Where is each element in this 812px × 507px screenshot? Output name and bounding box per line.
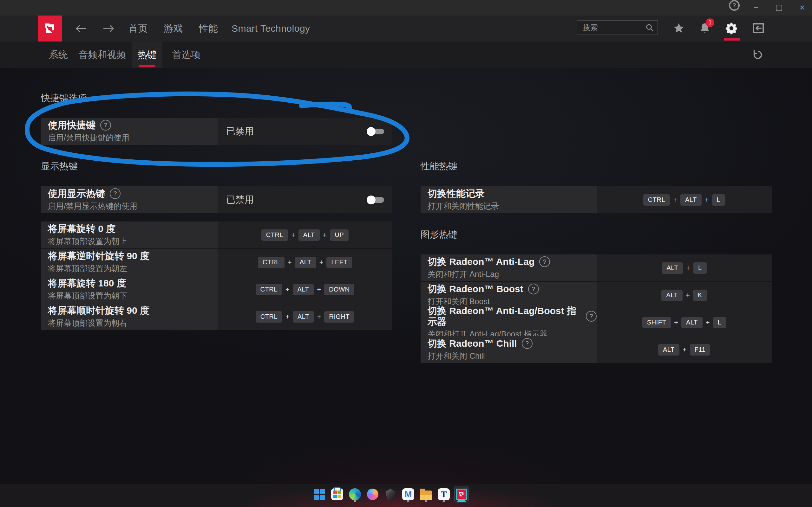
plus-separator: +: [705, 196, 709, 204]
amd-software-button[interactable]: [454, 487, 469, 502]
reset-defaults-button[interactable]: [751, 49, 765, 61]
help-icon[interactable]: ?: [522, 338, 532, 349]
graphics-hotkeys-list: 切换 Radeon™ Anti-Lag? 关闭和打开 Anti-Lag ALT+…: [420, 255, 772, 363]
keycap: ALT: [293, 284, 314, 295]
tab-audio-video[interactable]: 音频和视频: [76, 42, 129, 68]
row-subtitle: 关闭和打开 Anti-Lag: [427, 269, 597, 279]
edge-button[interactable]: [348, 487, 362, 502]
hotkey-combo[interactable]: ALT+F11: [597, 336, 772, 363]
row-title: 切换 Radeon™ Anti-Lag: [427, 257, 535, 267]
keycap: ALT: [299, 229, 320, 241]
row-title: 切换 Radeon™ Boost: [427, 284, 523, 294]
row-title: 将屏幕逆时针旋转 90 度: [48, 250, 149, 262]
close-button[interactable]: ×: [793, 0, 811, 15]
keycap: ALT: [295, 257, 316, 268]
start-button[interactable]: [312, 487, 327, 502]
gear-icon: [725, 22, 738, 35]
use-hotkeys-toggle[interactable]: [368, 129, 384, 134]
nav-item-gaming[interactable]: 游戏: [164, 15, 183, 42]
plus-separator: +: [673, 196, 677, 204]
close-icon: ×: [800, 3, 805, 13]
toggle-knob: [367, 127, 375, 136]
row-title: 切换 Radeon™ Chill: [427, 338, 517, 349]
performance-hotkeys-card: 切换性能记录 打开和关闭性能记录 CTRL+ALT+L: [420, 186, 772, 213]
plus-separator: +: [682, 346, 687, 354]
row-subtitle: 将屏幕顶部设置为朝下: [48, 291, 217, 301]
windows-taskbar: M T 56 79°C 温度: [0, 484, 812, 507]
keycap: L: [713, 317, 726, 328]
hotkey-combo[interactable]: ALT+K: [597, 282, 772, 308]
tab-system[interactable]: 系统: [43, 42, 74, 68]
hotkey-combo[interactable]: CTRL+ALT+UP: [217, 222, 392, 248]
toggle-state-label: 已禁用: [226, 125, 254, 138]
keycap: CTRL: [643, 194, 670, 206]
hotkey-row-chill: 切换 Radeon™ Chill? 打开和关闭 Chill ALT+F11: [420, 336, 772, 363]
minimize-button[interactable]: −: [747, 0, 765, 15]
plus-separator: +: [317, 313, 321, 321]
hotkey-row-rotate-0: 将屏幕旋转 0 度 将屏幕顶部设置为朝上 CTRL+ALT+UP: [41, 222, 392, 248]
hotkey-combo[interactable]: ALT+L: [597, 255, 772, 281]
settings-tabbar: 系统 音频和视频 热键 首选项: [0, 42, 812, 68]
edge-icon: [349, 488, 361, 500]
help-icon[interactable]: ?: [539, 257, 550, 267]
keycap: K: [693, 290, 707, 301]
search-input[interactable]: [582, 23, 646, 32]
titlebar: ? − ×: [0, 0, 812, 15]
amd-logo-tile[interactable]: [38, 15, 62, 42]
file-explorer-button[interactable]: [419, 487, 433, 502]
help-icon[interactable]: ?: [586, 311, 597, 322]
help-button[interactable]: ?: [729, 0, 740, 11]
hotkeys-page: 快捷键选项 使用快捷键? 启用/禁用快捷键的使用 已禁用 显示热键 使用显示热键…: [0, 68, 812, 484]
restore-button[interactable]: [770, 0, 788, 15]
notification-badge: 1: [706, 18, 714, 27]
hotkey-combo[interactable]: CTRL+ALT+RIGHT: [217, 303, 392, 330]
help-icon[interactable]: ?: [110, 188, 120, 199]
prism-app-button[interactable]: [383, 487, 398, 502]
section-heading-hotkey-options: 快捷键选项: [41, 92, 87, 105]
collapse-panel-button[interactable]: [752, 22, 765, 35]
hotkey-row-anti-lag-boost-indicator: 切换 Radeon™ Anti-Lag/Boost 指示器? 关闭和打开 Ant…: [420, 308, 772, 336]
hotkey-row-anti-lag: 切换 Radeon™ Anti-Lag? 关闭和打开 Anti-Lag ALT+…: [420, 255, 772, 281]
use-display-hotkeys-info: 使用显示热键? 启用/禁用显示热键的使用: [41, 186, 217, 213]
mail-master-button[interactable]: M: [401, 487, 415, 502]
tab-preferences[interactable]: 首选项: [165, 42, 207, 68]
hotkey-combo[interactable]: SHIFT+ALT+L: [597, 309, 772, 336]
use-hotkeys-info: 使用快捷键? 启用/禁用快捷键的使用: [41, 118, 217, 145]
nav-item-home[interactable]: 首页: [129, 15, 148, 42]
section-heading-performance-hotkeys: 性能热键: [420, 160, 457, 173]
typora-button[interactable]: T: [437, 487, 451, 502]
search-box[interactable]: [577, 20, 658, 35]
keycap: UP: [330, 229, 349, 241]
use-display-hotkeys-toggle[interactable]: [368, 197, 384, 203]
row-title: 将屏幕顺时针旋转 90 度: [48, 305, 149, 316]
settings-button[interactable]: [725, 22, 738, 35]
help-icon[interactable]: ?: [528, 284, 539, 294]
microsoft-store-button[interactable]: [330, 487, 345, 502]
hotkey-combo[interactable]: CTRL+ALT+LEFT: [217, 249, 392, 276]
tab-hotkeys[interactable]: 热键: [132, 42, 162, 68]
hotkey-combo[interactable]: CTRL+ALT+DOWN: [217, 276, 392, 303]
reset-icon: [752, 49, 763, 60]
plus-separator: +: [674, 319, 678, 327]
help-icon[interactable]: ?: [100, 120, 111, 130]
hotkey-row-rotate-ccw-90: 将屏幕逆时针旋转 90 度 将屏幕顶部设置为朝左 CTRL+ALT+LEFT: [41, 248, 392, 276]
favorites-button[interactable]: [672, 22, 685, 35]
keycap: L: [712, 194, 725, 206]
keycap: ALT: [680, 194, 702, 206]
row-subtitle: 打开和关闭 Chill: [427, 351, 597, 361]
notifications-button[interactable]: 1: [699, 22, 711, 35]
copilot-button[interactable]: [365, 487, 380, 502]
nav-back-button[interactable]: [75, 23, 88, 34]
plus-separator: +: [317, 285, 321, 294]
section-heading-graphics-hotkeys: 图形热键: [420, 228, 457, 241]
keycap: ALT: [681, 317, 703, 328]
nav-forward-button[interactable]: [102, 23, 115, 34]
nav-item-performance[interactable]: 性能: [199, 15, 218, 42]
keycap: LEFT: [326, 257, 352, 268]
hotkey-combo[interactable]: CTRL+ALT+L: [597, 186, 772, 213]
windows-icon: [314, 489, 325, 500]
row-title: 将屏幕旋转 0 度: [48, 223, 115, 234]
nav-item-smart-technology[interactable]: Smart Technology: [232, 15, 310, 42]
use-display-hotkeys-card: 使用显示热键? 启用/禁用显示热键的使用 已禁用: [41, 186, 392, 213]
row-subtitle: 将屏幕顶部设置为朝左: [48, 263, 217, 274]
